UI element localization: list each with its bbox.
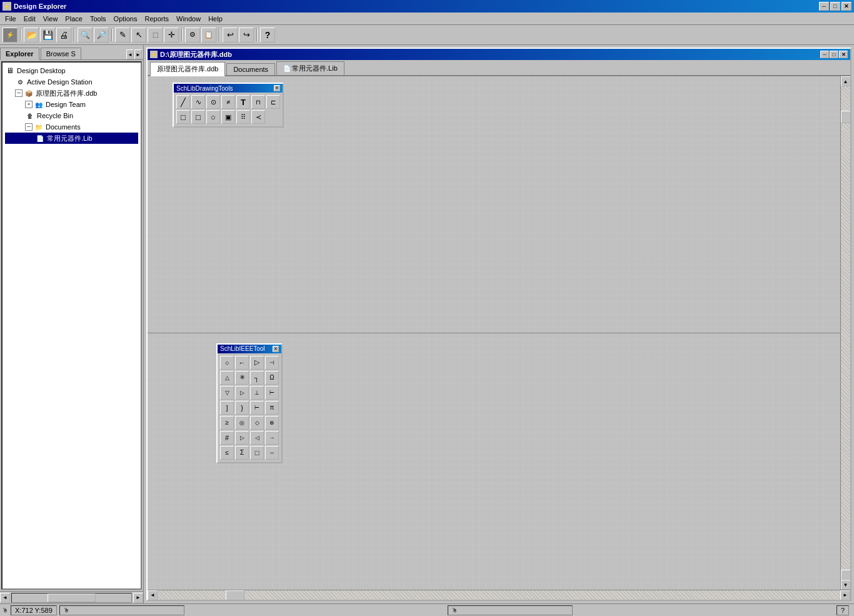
toolbar-redo[interactable]: ↪ <box>239 28 254 43</box>
expand-docs[interactable]: ─ <box>25 123 33 131</box>
ieee-tool-12[interactable]: ⊢ <box>265 386 279 400</box>
tree-item-design-team[interactable]: + 👥 Design Team <box>5 99 138 110</box>
maximize-button[interactable]: □ <box>830 2 840 11</box>
panel-tab-right-arrow[interactable]: ► <box>134 49 142 59</box>
toolbar-paste[interactable]: 📋 <box>201 28 216 43</box>
ieee-tool-13[interactable]: ] <box>220 401 234 415</box>
inner-tab-documents[interactable]: Documents <box>226 63 275 75</box>
inner-maximize[interactable]: □ <box>830 51 838 58</box>
ieee-tool-24[interactable]: → <box>265 431 279 445</box>
toolbar-help[interactable]: ? <box>260 28 275 43</box>
toolbar-arrow[interactable]: ↖ <box>131 28 146 43</box>
toolbar-print[interactable]: 🖨 <box>56 28 71 43</box>
ieee-tool-21[interactable]: # <box>220 431 234 445</box>
tool-bezier[interactable]: ≠ <box>221 95 235 109</box>
menu-view[interactable]: View <box>39 14 62 24</box>
toolbar-wire[interactable]: ⚙ <box>185 28 200 43</box>
menu-place[interactable]: Place <box>61 14 86 24</box>
ieee-tool-15[interactable]: ⊢ <box>250 401 264 415</box>
ieee-tool-11[interactable]: ⊥ <box>250 386 264 400</box>
ieee-tool-18[interactable]: ◎ <box>235 416 249 430</box>
left-scroll-right[interactable]: ► <box>133 593 143 603</box>
tool-pin[interactable]: ⊓ <box>251 95 265 109</box>
ieee-tool-9[interactable]: ▽ <box>220 386 234 400</box>
menu-reports[interactable]: Reports <box>141 14 173 24</box>
h-scroll-track[interactable] <box>158 590 840 600</box>
ieee-tool-10[interactable]: ▷ <box>235 386 249 400</box>
menu-tools[interactable]: Tools <box>86 14 110 24</box>
tool-wave[interactable]: ∿ <box>191 95 205 109</box>
ieee-tool-14[interactable]: } <box>235 401 249 415</box>
toolbar-undo[interactable]: ↩ <box>223 28 238 43</box>
ieee-tool-16[interactable]: π <box>265 401 279 415</box>
ieee-tool-1[interactable]: ○ <box>220 356 234 370</box>
h-scroll-right[interactable]: ► <box>840 590 850 600</box>
ieee-tool-3[interactable]: ▷ <box>250 356 264 370</box>
tool-rect[interactable]: □ <box>176 110 190 124</box>
toolbar-select[interactable]: ⬚ <box>148 28 163 43</box>
expand-ddb[interactable]: ─ <box>15 89 23 97</box>
h-scroll-left[interactable]: ◄ <box>148 590 158 600</box>
expand-team[interactable]: + <box>25 101 33 108</box>
status-help[interactable]: ? <box>836 605 849 615</box>
ieee-tool-28[interactable]: ↔ <box>265 446 279 460</box>
toolbar-app-icon[interactable]: ⚡ <box>3 28 18 43</box>
ieee-tool-26[interactable]: Σ <box>235 446 249 460</box>
toolbar-save[interactable]: 💾 <box>40 28 55 43</box>
ieee-tool-27[interactable]: □ <box>250 446 264 460</box>
tool-poly[interactable]: ⠿ <box>236 110 250 124</box>
inner-tab-ddb[interactable]: 原理图元器件库.ddb <box>150 62 225 76</box>
ieee-tool-19[interactable]: ◇ <box>250 416 264 430</box>
menu-file[interactable]: File <box>1 14 20 24</box>
tree-item-recycle[interactable]: 🗑 Recycle Bin <box>5 110 138 121</box>
v-scroll-thumb[interactable] <box>841 111 851 123</box>
minimize-button[interactable]: ─ <box>819 2 829 11</box>
v-scroll-track[interactable] <box>841 86 851 570</box>
tool-image[interactable]: ≺ <box>251 110 265 124</box>
toolbar-cross[interactable]: ✛ <box>164 28 179 43</box>
menu-window[interactable]: Window <box>173 14 204 24</box>
panel-tab-left-arrow[interactable]: ◄ <box>126 49 134 59</box>
ieee-tool-20[interactable]: ⊗ <box>265 416 279 430</box>
ieee-tool-2[interactable]: ← <box>235 356 249 370</box>
inner-close[interactable]: ✕ <box>839 51 848 58</box>
tool-symbol[interactable]: ⊏ <box>266 95 280 109</box>
inner-tab-lib[interactable]: 📄常用元器件.Lib <box>276 61 344 75</box>
tool-text[interactable]: T <box>236 95 250 109</box>
ieee-tool-22[interactable]: ▷ <box>235 431 249 445</box>
tree-item-ddb[interactable]: ─ 📦 原理图元器件库.ddb <box>5 88 138 99</box>
ieee-tool-25[interactable]: ≤ <box>220 446 234 460</box>
ieee-tool-4[interactable]: ⊣ <box>265 356 279 370</box>
tool-line[interactable]: ╱ <box>176 95 190 109</box>
menu-options[interactable]: Options <box>110 14 141 24</box>
tree-item-design-desktop[interactable]: 🖥 Design Desktop <box>5 65 138 76</box>
inner-minimize[interactable]: ─ <box>820 51 829 58</box>
tab-browse[interactable]: Browse S <box>41 48 81 59</box>
canvas-main[interactable]: SchLibDrawingTools ✕ ╱ ∿ ⊙ ≠ T <box>148 76 840 590</box>
menu-edit[interactable]: Edit <box>20 14 39 24</box>
h-scroll-thumb[interactable] <box>226 590 244 600</box>
ieee-tool-7[interactable]: ┐ <box>250 371 264 385</box>
tool-arc[interactable]: ⊙ <box>206 95 220 109</box>
ieee-tool-17[interactable]: ≥ <box>220 416 234 430</box>
tree-view[interactable]: 🖥 Design Desktop ⚙ Active Design Station… <box>1 61 142 590</box>
tree-item-active-station[interactable]: ⚙ Active Design Station <box>5 76 138 88</box>
tool-rect2[interactable]: □ <box>191 110 205 124</box>
v-scroll-down[interactable]: ▼ <box>841 580 851 590</box>
left-scroll-thumb[interactable] <box>48 593 95 602</box>
tool-ellipse[interactable]: ○ <box>206 110 220 124</box>
left-scroll-left[interactable]: ◄ <box>0 593 10 603</box>
float-ieee-close[interactable]: ✕ <box>273 346 279 352</box>
ieee-tool-8[interactable]: Ω <box>265 371 279 385</box>
close-button[interactable]: ✕ <box>841 2 851 11</box>
menu-help[interactable]: Help <box>204 14 226 24</box>
toolbar-open[interactable]: 📂 <box>24 28 39 43</box>
tree-item-lib[interactable]: 📄 常用元器件.Lib <box>5 133 138 144</box>
tab-explorer[interactable]: Explorer <box>0 48 39 60</box>
toolbar-zoom-in[interactable]: 🔍 <box>78 28 93 43</box>
ieee-tool-23[interactable]: ◁ <box>250 431 264 445</box>
toolbar-draw[interactable]: ✎ <box>115 28 130 43</box>
float-drawing-close[interactable]: ✕ <box>274 85 280 91</box>
ieee-tool-5[interactable]: △ <box>220 371 234 385</box>
toolbar-zoom-out[interactable]: 🔎 <box>94 28 109 43</box>
